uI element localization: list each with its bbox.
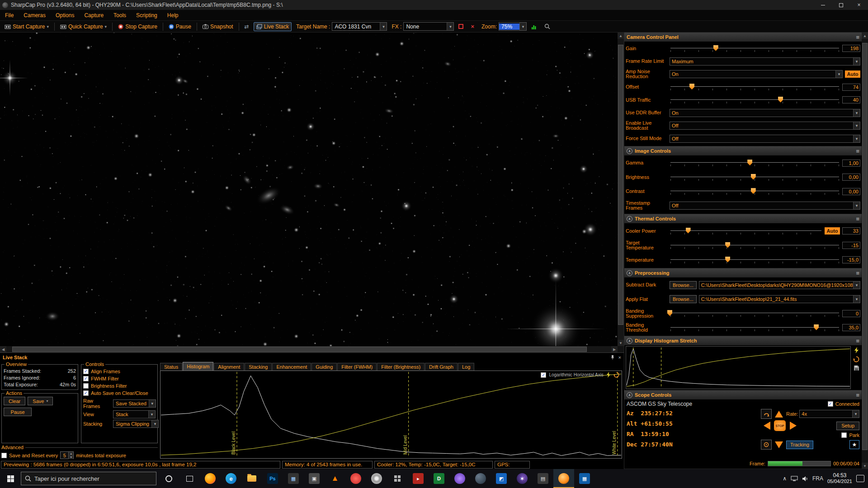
select-raw-frames[interactable]: Save Stacked▾: [113, 399, 156, 408]
start-button[interactable]: [0, 469, 21, 488]
slider-banding-suppression[interactable]: [670, 310, 840, 317]
clear-button[interactable]: Clear: [4, 397, 25, 405]
auto-button[interactable]: Auto: [845, 70, 860, 78]
vertical-scrollbar[interactable]: ▲ ▼: [618, 33, 624, 346]
toolbar-quick-capture-button[interactable]: Quick Capture▾: [57, 22, 109, 31]
taskbar-icon-calculator[interactable]: ▤: [533, 469, 553, 488]
tab-enhancement[interactable]: Enhancement: [272, 363, 311, 371]
browse-button[interactable]: Browse...: [670, 295, 697, 303]
capture-preview-image[interactable]: [0, 33, 618, 346]
section-menu-icon[interactable]: ≡: [856, 270, 859, 277]
checkbox[interactable]: ✓: [83, 376, 89, 381]
tab-drift-graph[interactable]: Drift Graph: [425, 363, 458, 371]
taskbar-icon-photos[interactable]: ▦: [574, 469, 595, 488]
auto-button[interactable]: Auto: [825, 227, 840, 235]
tab-filter-fwhm[interactable]: Filter (FWHM): [337, 363, 377, 371]
histogram-icon[interactable]: [528, 23, 540, 31]
network-icon[interactable]: [791, 476, 798, 481]
checkbox[interactable]: ✓: [83, 390, 89, 396]
section-menu-icon[interactable]: ≡: [856, 338, 859, 344]
slew-left-button[interactable]: [761, 420, 773, 431]
toolbar-pause-button[interactable]: Pause: [166, 22, 194, 31]
path-apply-flat[interactable]: C:\Users\SharkFleet\Desktop\21_21_44.fit…: [699, 295, 860, 303]
select-force-still-mode[interactable]: Off▾: [670, 135, 860, 143]
taskbar-icon-stellarium[interactable]: ✶: [512, 469, 533, 488]
log-axis-checkbox[interactable]: ✓: [541, 372, 546, 378]
collapse-icon[interactable]: ∧: [627, 216, 632, 222]
value-offset[interactable]: 74: [842, 84, 860, 91]
language-indicator[interactable]: FRA: [812, 475, 823, 482]
browse-button[interactable]: Browse...: [670, 281, 697, 289]
tab-guiding[interactable]: Guiding: [311, 363, 337, 371]
toolbar-snapshot-button[interactable]: Snapshot: [200, 22, 236, 31]
tray-expand-icon[interactable]: ∧: [783, 475, 787, 482]
slider-gain[interactable]: [670, 45, 840, 52]
taskbar-icon-dopus[interactable]: D: [429, 469, 449, 488]
dock-close-icon[interactable]: ×: [618, 355, 621, 360]
minimize-button[interactable]: [814, 0, 832, 10]
value-cooler-power[interactable]: 33: [842, 227, 860, 235]
rate-select[interactable]: 4x▾: [799, 410, 859, 418]
tab-histogram[interactable]: Histogram: [183, 362, 213, 371]
clear-region-icon[interactable]: ×: [468, 22, 477, 31]
value-gain[interactable]: 198: [842, 45, 860, 52]
fx-select[interactable]: None▾: [403, 22, 454, 31]
notification-center-icon[interactable]: [856, 475, 864, 482]
menu-scripting[interactable]: Scripting: [131, 10, 162, 20]
goto-star-button[interactable]: ★: [849, 440, 859, 449]
save-reset-checkbox[interactable]: [1, 453, 7, 458]
taskbar-icon-app-red-1[interactable]: [345, 469, 366, 488]
value-usb-traffic[interactable]: 40: [842, 96, 860, 103]
select-stacking[interactable]: Sigma Clipping▾: [113, 420, 159, 428]
taskbar-icon-vlc[interactable]: ▲: [325, 469, 345, 488]
target-name-select[interactable]: ACO 1831 Cvn▾: [332, 22, 387, 31]
menu-help[interactable]: Help: [162, 10, 184, 20]
select-use-ddr-buffer[interactable]: On▾: [670, 109, 860, 117]
auto-stretch-icon[interactable]: [606, 372, 611, 378]
menu-options[interactable]: Options: [51, 10, 79, 20]
section-menu-icon[interactable]: ≡: [856, 392, 859, 399]
taskbar-icon-app-blue[interactable]: ◩: [491, 469, 512, 488]
section-menu-icon[interactable]: ≡: [856, 216, 859, 222]
menu-capture[interactable]: Capture: [79, 10, 108, 20]
checkbox-fwhm-filter[interactable]: ✓FWHM Filter: [83, 375, 156, 382]
sync-position-button[interactable]: [761, 440, 772, 450]
speaker-icon[interactable]: [802, 476, 808, 482]
value-temperature[interactable]: -15,0: [842, 256, 860, 263]
highlight-region-icon[interactable]: [456, 23, 466, 30]
taskbar-icon-app-dark-1[interactable]: ▦: [283, 469, 304, 488]
collapse-icon[interactable]: ∧: [627, 338, 632, 344]
taskbar-icon-cortana[interactable]: [158, 469, 179, 488]
select-amp-noise-reduction[interactable]: On▾: [670, 70, 843, 78]
select-enable-live-broadcast[interactable]: Off▾: [670, 122, 860, 130]
save-button[interactable]: Save▾: [28, 397, 53, 405]
connected-checkbox[interactable]: ✓: [828, 401, 833, 407]
flip-view-button[interactable]: [761, 409, 772, 419]
save-stretch-icon[interactable]: [854, 365, 859, 371]
collapse-icon[interactable]: ∧: [627, 392, 632, 398]
live-stack-button[interactable]: Live Stack: [254, 22, 292, 31]
taskbar-icon-app-red-2[interactable]: ▸: [408, 469, 429, 488]
path-subtract-dark[interactable]: C:\Users\SharkFleet\Desktop\darks\QHY290…: [699, 281, 860, 289]
taskbar-icon-sharpcap[interactable]: [553, 469, 574, 488]
value-banding-suppression[interactable]: 0: [842, 310, 860, 317]
value-contrast[interactable]: 0,00: [842, 188, 860, 195]
checkbox-align-frames[interactable]: ✓Align Frames: [83, 368, 156, 375]
slew-down-button[interactable]: [773, 439, 785, 450]
slew-stop-button[interactable]: STOP: [774, 420, 786, 431]
slider-target-temperature[interactable]: [670, 242, 840, 249]
close-button[interactable]: ×: [850, 0, 868, 10]
value-brightness[interactable]: 0,00: [842, 174, 860, 181]
slider-brightness[interactable]: [670, 174, 840, 181]
toolbar-start-capture-button[interactable]: Start Capture▾: [2, 22, 52, 31]
slider-banding-threshold[interactable]: [670, 324, 840, 331]
slew-right-button[interactable]: [787, 420, 799, 431]
reset-stretch-icon[interactable]: [853, 356, 859, 362]
taskbar-icon-disc[interactable]: [366, 469, 387, 488]
checkbox[interactable]: ✓: [83, 369, 89, 374]
taskbar-clock[interactable]: 04:53 05/04/2021: [827, 473, 852, 484]
pause-stack-button[interactable]: Pause: [4, 408, 32, 416]
section-menu-icon[interactable]: ≡: [856, 148, 859, 155]
select-frame-rate-limit[interactable]: Maximum▾: [670, 57, 860, 66]
toolbar-stop-capture-button[interactable]: Stop Capture: [115, 22, 160, 31]
